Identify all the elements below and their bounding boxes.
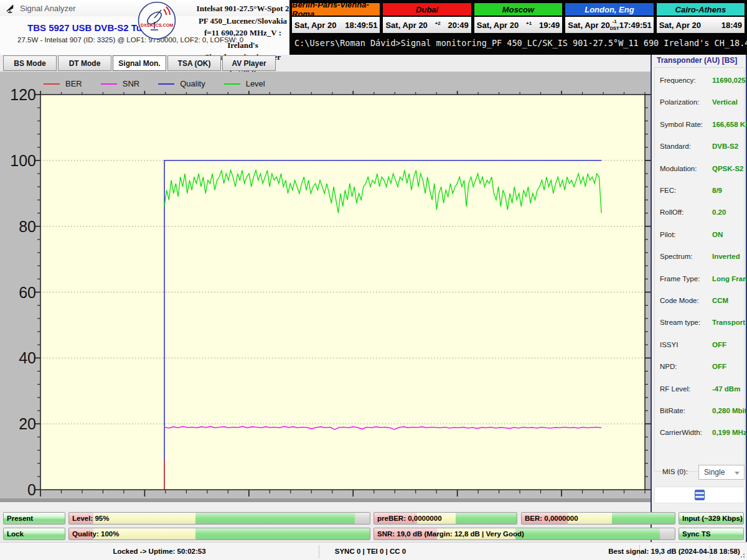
window-title: Signal Analyzer xyxy=(20,4,76,13)
mis-dropdown[interactable]: Single xyxy=(698,465,745,480)
tab-bs-mode[interactable]: BS Mode xyxy=(3,55,57,71)
bar-ber: BER: 0,0000000 xyxy=(521,512,675,525)
legend-label: BER xyxy=(65,79,82,88)
clock-utc-offset: -1DST xyxy=(610,19,619,31)
y-tick-label-0: 0 xyxy=(1,481,36,499)
clock-dubai: DubaiSat, Apr 20+220:49 xyxy=(382,2,471,35)
field-pilot: Pilot:ON xyxy=(660,231,741,241)
clock-date: Sat, Apr 20 xyxy=(568,21,609,30)
clock-utc-offset: +1 xyxy=(519,21,539,29)
field-value: Vertical xyxy=(712,98,738,106)
bar-snr: SNR: 19,0 dB (Margin: 12,8 dB | Very Goo… xyxy=(374,528,675,540)
y-tick-label-20: 20 xyxy=(1,415,36,433)
field-npd: NPD:OFF xyxy=(660,363,741,373)
field-value: Long Frame xyxy=(712,275,747,282)
bar-label: Input (~329 Kbps) xyxy=(679,515,743,522)
field-rf-level: RF Level:-47 dBm xyxy=(660,385,741,395)
tab-dt-mode[interactable]: DT Mode xyxy=(58,55,111,71)
signal-analyzer-window: Signal Analyzer TBS 5927 USB DVB-S2 Tune… xyxy=(0,0,747,560)
bar-label: Lock xyxy=(4,530,24,538)
chart-bottom-fill xyxy=(0,502,651,510)
sidebar-title: Transponder (AU) [BS] xyxy=(657,56,737,65)
statusbar-separator xyxy=(319,545,319,558)
tab-signal-mon[interactable]: Signal Mon. xyxy=(113,55,166,71)
field-value: 0.20 xyxy=(712,208,726,216)
field-issyi: ISSYIOFF xyxy=(660,341,741,351)
field-value: 8/9 xyxy=(712,187,722,194)
field-label: Polarization: xyxy=(660,98,699,106)
legend-item-quality: Quality xyxy=(158,79,205,88)
clock-hms: 18:49 xyxy=(721,21,742,30)
field-label: NPD: xyxy=(660,363,677,370)
field-value: CCM xyxy=(712,297,728,304)
legend-label: Level xyxy=(246,79,265,88)
resize-grip[interactable] xyxy=(739,552,745,558)
annotation-line-3: f=11 690,220 MHz_V : Ireland's xyxy=(194,27,291,51)
y-tick-label-40: 40 xyxy=(1,349,36,367)
mis-label: MIS (0): xyxy=(662,468,688,475)
clock-utc-offset: +2 xyxy=(428,21,448,29)
y-tick-label-60: 60 xyxy=(1,284,36,302)
clock-time: Sat, Apr 2018:49:51 xyxy=(292,17,380,33)
bar-label: Quality: 100% xyxy=(69,530,119,538)
field-value: 11690,025 MHz xyxy=(712,77,747,84)
console-window: Berlin-Paris-Vienna-RomaSat, Apr 2018:49… xyxy=(289,0,747,55)
clock-name: London, Eng xyxy=(565,3,653,17)
save-record-button[interactable] xyxy=(654,487,745,503)
field-label: RollOff: xyxy=(660,208,684,216)
clock-london-eng: London, EngSat, Apr 20-1DST17:49:51 xyxy=(565,2,654,35)
field-value: -47 dBm xyxy=(712,385,740,393)
field-label: Frame Type: xyxy=(660,275,700,282)
bar-sheen xyxy=(69,513,370,524)
field-value: QPSK-S2 xyxy=(712,165,744,172)
field-label: Symbol Rate: xyxy=(660,121,703,128)
disk-icon xyxy=(695,490,705,500)
clock-hms: 20:49 xyxy=(448,21,469,30)
clock-time: Sat, Apr 20+119:49 xyxy=(474,17,562,33)
status-lock-uptime: Locked -> Uptime: 50:02:53 xyxy=(113,548,205,555)
field-value: OFF xyxy=(712,341,726,348)
status-best-signal: Best signal: 19,3 dB (2024-04-18 18:58) xyxy=(608,548,740,555)
field-label: Spectrum: xyxy=(660,253,692,260)
clock-time: Sat, Apr 20-1DST17:49:51 xyxy=(565,17,653,33)
field-value: DVB-S2 xyxy=(712,142,738,150)
status-sync-tei-cc: SYNC 0 | TEI 0 | CC 0 xyxy=(335,548,406,555)
field-code-mode: Code Mode:CCM xyxy=(660,297,741,307)
clock-date: Sat, Apr 20 xyxy=(659,21,701,30)
mis-selected-value: Single xyxy=(704,468,725,477)
mis-row: MIS (0): Single xyxy=(662,465,743,480)
clock-moscow: MoscowSat, Apr 20+119:49 xyxy=(474,2,563,35)
clock-date: Sat, Apr 20 xyxy=(385,21,427,30)
field-value: 0,280 Mbit/s xyxy=(712,407,747,414)
clock-time: Sat, Apr 2018:49 xyxy=(657,17,745,33)
field-value: Inverted xyxy=(712,253,740,260)
bar-label: Sync TS xyxy=(679,530,710,538)
field-label: Pilot: xyxy=(660,231,676,238)
field-standard: Standard:DVB-S2 xyxy=(660,142,741,152)
legend-label: Quality xyxy=(180,79,205,88)
field-polarization: Polarization:Vertical xyxy=(660,98,741,108)
field-label: CarrierWidth: xyxy=(660,429,702,436)
field-label: FEC: xyxy=(660,187,676,194)
field-label: Frequency: xyxy=(660,77,696,84)
field-value: 0,199 MHz xyxy=(712,429,747,436)
field-symbol-rate: Symbol Rate:166,658 KS/s xyxy=(660,121,741,131)
annotation-line-2: PF 450_Lucenec/Slovakia xyxy=(194,15,291,27)
field-fec: FEC:8/9 xyxy=(660,187,741,197)
tab-av-player[interactable]: AV Player xyxy=(222,55,276,71)
legend-label: SNR xyxy=(123,79,139,88)
clock-date: Sat, Apr 20 xyxy=(477,21,519,30)
clock-time: Sat, Apr 20+220:49 xyxy=(383,17,471,33)
tab-tsa-ok[interactable]: TSA (OK) xyxy=(167,55,221,71)
legend-line-level xyxy=(224,83,240,85)
field-spectrum: Spectrum:Inverted xyxy=(660,253,741,263)
field-frequency: Frequency:11690,025 MHz xyxy=(660,77,741,86)
dxsatcs-logo: DXSATCS.COM xyxy=(138,1,176,40)
bar-label: SNR: 19,0 dB (Margin: 12,8 dB | Very Goo… xyxy=(374,530,524,538)
field-value: OFF xyxy=(712,363,726,370)
transponder-panel: MIS (0): Single Frequency:11690,025 MHzP… xyxy=(654,67,745,472)
clock-name: Dubai xyxy=(383,3,471,17)
y-tick-label-100: 100 xyxy=(1,152,36,170)
field-label: ISSYI xyxy=(660,341,678,348)
signal-plot xyxy=(40,95,645,490)
